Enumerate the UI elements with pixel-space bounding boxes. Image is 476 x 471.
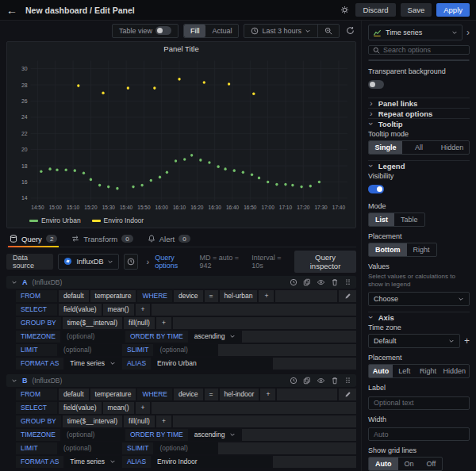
drag-handle-icon[interactable] [344,278,351,286]
collapse-icon[interactable] [11,377,17,384]
slimit-input[interactable] [155,344,217,356]
tooltip-section-header[interactable]: › Tooltip [368,118,470,128]
panel-links-section[interactable]: › Panel links [368,98,470,108]
query-inspector-button[interactable]: Query inspector [294,251,356,273]
legend-item[interactable]: Enviro Indoor [92,216,144,224]
zoom-out-button[interactable] [318,25,339,37]
search-input[interactable] [383,46,465,54]
axis-section-header[interactable]: › Axis [368,312,470,322]
filter-tab-overrides[interactable]: Overrides [419,60,469,61]
query-history-icon[interactable] [290,377,298,385]
where-key-chip[interactable]: device [174,389,203,400]
groupby-time-chip[interactable]: time($__interval) [63,317,122,329]
tooltip-mode-hidden[interactable]: Hidden [436,141,469,154]
timezone-input[interactable] [62,429,124,441]
add-groupby-button[interactable]: + [156,415,171,427]
query-options-toggle[interactable]: › Query options MD = auto = 942 Interval… [146,254,290,270]
add-select-button[interactable]: + [136,304,151,316]
axis-label-input[interactable] [368,396,470,410]
legend-mode-list[interactable]: List [369,213,394,226]
edit-query-button[interactable] [339,389,356,400]
select-fn-chip[interactable]: mean() [103,402,134,414]
add-groupby-button[interactable]: + [156,317,171,329]
save-button[interactable]: Save [401,3,432,17]
where-op-chip[interactable]: = [205,290,218,302]
where-value-chip[interactable]: hel-urban [220,290,258,302]
format-select[interactable]: Time series [65,456,121,468]
query-history-icon[interactable] [290,278,298,286]
edit-query-button[interactable] [339,290,356,302]
orderby-select[interactable]: ascending [190,429,241,441]
axis-grid-auto[interactable]: Auto [369,458,398,470]
where-op-chip[interactable]: = [205,389,218,400]
select-field-chip[interactable]: field(value) [59,402,102,414]
query-b-header[interactable]: B (InfluxDB) [6,374,356,387]
duplicate-query-icon[interactable] [303,377,311,385]
from-db-chip[interactable]: default [59,290,89,302]
slimit-input[interactable] [155,442,217,454]
select-fn-chip[interactable]: mean() [103,304,134,316]
axis-placement-right[interactable]: Right [416,365,440,377]
add-select-button[interactable]: + [136,402,151,414]
timezone-input[interactable] [62,331,124,343]
transparent-bg-toggle[interactable] [368,80,384,89]
legend-section-header[interactable]: › Legend [368,160,470,170]
visualization-picker[interactable]: Time series [368,25,463,40]
limit-input[interactable] [59,344,121,356]
tab-transform[interactable]: Transform 0 [70,231,134,247]
axis-width-input[interactable] [368,427,470,441]
limit-input[interactable] [59,442,121,454]
query-history-button[interactable] [124,254,138,270]
from-measurement-chip[interactable]: temperature [90,290,136,302]
groupby-time-chip[interactable]: time($__interval) [63,415,122,427]
time-range-picker[interactable]: Last 3 hours [244,25,317,37]
delete-query-icon[interactable] [331,278,339,286]
axis-placement-auto[interactable]: Auto [369,365,393,377]
hide-query-icon[interactable] [317,278,325,286]
filter-tab-all[interactable]: All [369,60,419,61]
from-measurement-chip[interactable]: temperature [90,389,136,400]
orderby-select[interactable]: ascending [190,331,241,343]
hide-query-icon[interactable] [317,377,325,385]
fill-option[interactable]: Fill [184,25,206,37]
table-view-toggle[interactable] [155,26,171,35]
collapse-icon[interactable] [11,279,17,285]
axis-grid-off[interactable]: Off [420,458,443,470]
add-condition-button[interactable]: + [260,389,275,400]
tab-alert[interactable]: Alert 0 [146,231,192,247]
duplicate-query-icon[interactable] [303,278,311,286]
where-key-chip[interactable]: device [174,290,203,302]
alias-input[interactable] [152,456,271,468]
legend-visibility-toggle[interactable] [368,185,384,193]
query-a-header[interactable]: A (InfluxDB) [6,276,356,289]
axis-grid-on[interactable]: On [398,458,420,470]
back-arrow-icon[interactable]: ← [6,5,17,16]
repeat-options-section[interactable]: › Repeat options [368,108,470,118]
refresh-button[interactable] [344,25,356,36]
where-value-chip[interactable]: hel-indoor [220,389,259,400]
legend-values-select[interactable]: Choose [368,292,470,306]
format-select[interactable]: Time series [65,358,121,370]
select-field-chip[interactable]: field(value) [59,304,102,316]
collapse-options-pane-icon[interactable]: › [466,28,470,37]
legend-placement-bottom[interactable]: Bottom [369,243,407,256]
axis-placement-left[interactable]: Left [393,365,416,377]
groupby-fill-chip[interactable]: fill(null) [124,317,155,329]
apply-button[interactable]: Apply [436,3,470,17]
groupby-fill-chip[interactable]: fill(null) [124,415,155,427]
from-db-chip[interactable]: default [59,389,89,400]
delete-query-icon[interactable] [331,377,339,385]
tooltip-mode-all[interactable]: All [402,141,436,154]
options-search[interactable] [368,45,470,55]
add-timezone-button[interactable]: + [464,335,470,347]
legend-mode-table[interactable]: Table [394,213,424,226]
add-condition-button[interactable]: + [259,290,274,302]
axis-placement-hidden[interactable]: Hidden [440,365,469,377]
legend-item[interactable]: Enviro Urban [29,216,81,224]
drag-handle-icon[interactable] [344,376,351,385]
axis-timezone-select[interactable]: Default [368,334,460,348]
actual-option[interactable]: Actual [205,25,238,37]
gear-icon[interactable] [339,4,351,16]
datasource-picker[interactable]: InfluxDB [58,254,119,270]
tooltip-mode-single[interactable]: Single [369,141,402,154]
